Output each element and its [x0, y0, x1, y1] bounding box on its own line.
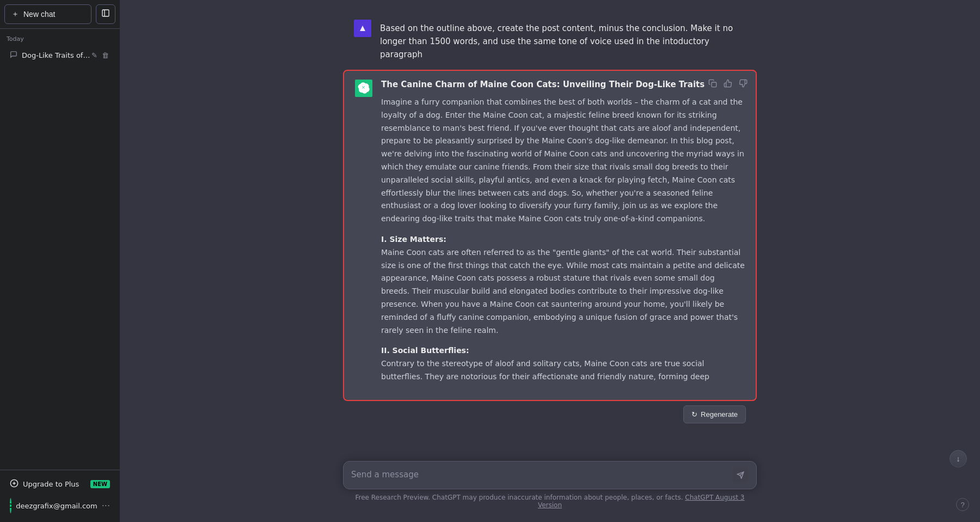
sidebar: ＋ New chat Today Dog-Like Traits of Main… — [0, 0, 120, 522]
edit-chat-button[interactable]: ✎ — [90, 50, 99, 60]
sidebar-bottom: Upgrade to Plus NEW D deezgrafix@gmail.c… — [0, 470, 120, 522]
user-email: deezgrafix@gmail.com — [16, 502, 97, 510]
delete-chat-button[interactable]: 🗑 — [101, 50, 110, 60]
thumbs-up-button[interactable] — [722, 77, 734, 91]
regenerate-area: ↻ Regenerate — [343, 401, 757, 428]
svg-rect-0 — [102, 10, 109, 16]
input-area: Free Research Preview. ChatGPT may produ… — [120, 454, 980, 522]
avatar-initials: D — [10, 502, 11, 509]
ai-intro-paragraph: Imagine a furry companion that combines … — [381, 96, 745, 226]
section-today-label: Today — [0, 29, 120, 45]
user-item[interactable]: D deezgrafix@gmail.com ··· — [4, 494, 115, 518]
message-input-box — [343, 461, 757, 489]
sidebar-top: ＋ New chat — [0, 0, 120, 29]
chat-item-label: Dog-Like Traits of Main — [22, 51, 90, 59]
user-menu-icon[interactable]: ··· — [102, 501, 110, 511]
message-input[interactable] — [351, 469, 732, 482]
upgrade-icon — [10, 479, 19, 489]
chat-item-actions: ✎ 🗑 — [90, 50, 110, 60]
regenerate-icon: ↻ — [691, 410, 697, 418]
section2-heading: II. Social Butterflies: Contrary to the … — [381, 344, 745, 383]
regenerate-button[interactable]: ↻ Regenerate — [683, 405, 746, 423]
help-button[interactable]: ? — [956, 498, 969, 511]
ai-response-title: The Canine Charm of Maine Coon Cats: Unv… — [381, 80, 745, 89]
main-area: Based on the outline above, create the p… — [120, 0, 980, 522]
chat-item[interactable]: Dog-Like Traits of Main ✎ 🗑 — [3, 46, 117, 65]
chat-icon — [10, 51, 17, 60]
ai-avatar-icon — [355, 80, 372, 97]
ai-action-buttons — [707, 77, 749, 91]
upgrade-label: Upgrade to Plus — [23, 480, 79, 488]
section1-heading: I. Size Matters: Maine Coon cats are oft… — [381, 233, 745, 337]
plus-icon: ＋ — [11, 9, 19, 19]
send-button[interactable] — [732, 467, 749, 483]
user-message-avatar — [354, 20, 371, 37]
disclaimer-text: Free Research Preview. ChatGPT may produ… — [343, 494, 757, 509]
avatar: D — [10, 498, 11, 513]
upgrade-to-plus-item[interactable]: Upgrade to Plus NEW — [4, 475, 115, 494]
svg-rect-6 — [712, 82, 716, 87]
user-message-text: Based on the outline above, create the p… — [380, 20, 746, 61]
regenerate-label: Regenerate — [701, 410, 738, 418]
ai-response: The Canine Charm of Maine Coon Cats: Unv… — [343, 70, 757, 401]
ai-content: The Canine Charm of Maine Coon Cats: Unv… — [381, 80, 745, 391]
thumbs-down-button[interactable] — [737, 77, 749, 91]
toggle-sidebar-button[interactable] — [96, 4, 115, 24]
user-message: Based on the outline above, create the p… — [343, 11, 757, 70]
new-badge: NEW — [90, 480, 110, 488]
new-chat-label: New chat — [23, 10, 55, 19]
ai-response-body: Imagine a furry companion that combines … — [381, 96, 745, 384]
toggle-icon — [101, 9, 110, 20]
new-chat-button[interactable]: ＋ New chat — [4, 4, 91, 24]
messages-area: Based on the outline above, create the p… — [120, 0, 980, 522]
copy-button[interactable] — [707, 77, 719, 91]
